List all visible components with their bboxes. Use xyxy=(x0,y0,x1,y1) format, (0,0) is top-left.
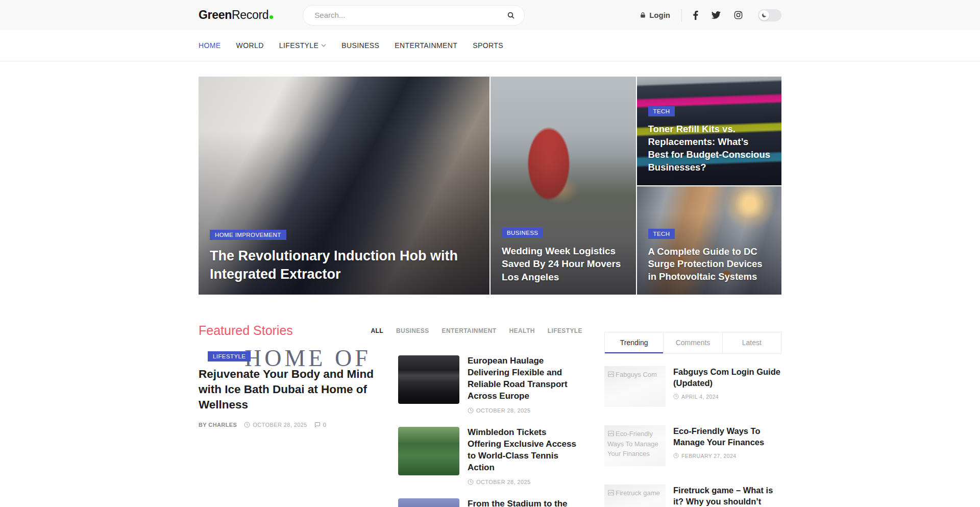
toggle-knob xyxy=(759,10,769,20)
sidebar-item: Fabguys Com Fabguys Com Login Guide (Upd… xyxy=(604,366,781,407)
hero-article-title[interactable]: A Complete Guide to DC Surge Protection … xyxy=(648,246,771,283)
clock-icon xyxy=(673,453,679,458)
facebook-icon xyxy=(693,11,698,20)
broken-image-placeholder[interactable]: Fabguys Com xyxy=(604,366,666,407)
tab-trending[interactable]: Trending xyxy=(605,332,663,353)
top-header: GreenRecord Login xyxy=(0,0,980,30)
image-alt-text: Eco-Friendly Ways To Manage Your Finance… xyxy=(607,430,658,457)
article-date: OCTOBER 28, 2025 xyxy=(476,479,530,485)
dark-mode-toggle[interactable] xyxy=(758,9,781,21)
tab-comments[interactable]: Comments xyxy=(663,332,722,353)
clock-icon xyxy=(468,407,474,414)
login-label: Login xyxy=(649,11,670,19)
sidebar-tabs: Trending Comments Latest xyxy=(604,332,781,354)
article-title[interactable]: Eco-Friendly Ways To Manage Your Finance… xyxy=(673,425,781,448)
logo-text-regular: Record xyxy=(232,8,268,21)
twitter-link[interactable] xyxy=(712,11,721,19)
broken-image-icon xyxy=(607,430,615,437)
article-date-row: OCTOBER 28, 2025 xyxy=(468,407,582,414)
search-icon xyxy=(507,11,515,19)
facebook-link[interactable] xyxy=(693,11,698,20)
logo-dot xyxy=(270,15,273,19)
article-date-row: OCTOBER 28, 2025 xyxy=(468,479,582,485)
hero-article-tertiary-bottom[interactable]: TECH A Complete Guide to DC Surge Protec… xyxy=(637,186,782,295)
hero-right-column: TECH Toner Refill Kits vs. Replacements:… xyxy=(637,77,782,295)
broken-image-placeholder[interactable]: Firetruck game xyxy=(604,485,666,507)
main-navigation: HOME WORLD LIFESTYLE BUSINESS ENTERTAINM… xyxy=(0,30,980,61)
list-item: Wimbledon Tickets Offering Exclusive Acc… xyxy=(398,427,582,485)
comment-count[interactable]: 0 xyxy=(314,422,327,428)
image-alt-text: Firetruck game xyxy=(616,489,660,497)
article-date-row: FEBRUARY 27, 2024 xyxy=(673,453,781,459)
filter-all[interactable]: ALL xyxy=(371,327,383,334)
instagram-link[interactable] xyxy=(734,11,743,19)
tab-latest[interactable]: Latest xyxy=(722,332,781,353)
instagram-icon xyxy=(734,11,743,19)
site-logo[interactable]: GreenRecord xyxy=(199,8,273,22)
category-filters: ALL BUSINESS ENTERTAINMENT HEALTH LIFEST… xyxy=(371,327,582,334)
nav-item-sports[interactable]: SPORTS xyxy=(473,41,503,50)
article-title[interactable]: Firetruck game – What is it? Why you sho… xyxy=(673,485,781,507)
section-title: Featured Stories xyxy=(199,323,293,338)
author-label[interactable]: BY CHARLES xyxy=(199,422,237,428)
list-item: From the Stadium to the Streets: The Sty… xyxy=(398,498,582,507)
clock-icon xyxy=(244,422,250,428)
comment-icon xyxy=(314,422,321,428)
category-tag[interactable]: BUSINESS xyxy=(502,228,543,238)
filter-lifestyle[interactable]: LIFESTYLE xyxy=(548,327,582,334)
featured-stories-header: Featured Stories ALL BUSINESS ENTERTAINM… xyxy=(199,323,582,338)
nav-item-world[interactable]: WORLD xyxy=(236,41,264,50)
article-date: OCTOBER 28, 2025 xyxy=(476,407,530,414)
clock-icon xyxy=(673,394,679,399)
hero-article-secondary[interactable]: BUSINESS Wedding Week Logistics Saved By… xyxy=(491,77,636,295)
category-tag[interactable]: HOME IMPROVEMENT xyxy=(210,230,286,240)
broken-image-icon xyxy=(607,489,615,496)
filter-entertainment[interactable]: ENTERTAINMENT xyxy=(442,327,497,334)
category-tag[interactable]: TECH xyxy=(648,229,675,239)
lock-icon xyxy=(640,12,646,18)
article-thumbnail[interactable] xyxy=(398,498,459,507)
featured-article-title[interactable]: Rejuvenate Your Body and Mind with Ice B… xyxy=(199,367,381,413)
article-title[interactable]: From the Stadium to the Streets: The Sty… xyxy=(468,498,582,507)
article-thumbnail[interactable] xyxy=(398,355,459,404)
article-thumbnail[interactable] xyxy=(398,427,459,475)
twitter-icon xyxy=(712,11,721,19)
article-date: APRIL 4, 2024 xyxy=(681,394,719,400)
header-divider xyxy=(681,9,682,22)
search-input[interactable] xyxy=(303,11,504,19)
nav-item-business[interactable]: BUSINESS xyxy=(341,41,379,50)
hero-article-title[interactable]: Toner Refill Kits vs. Replacements: What… xyxy=(648,123,771,174)
chevron-down-icon xyxy=(321,44,326,47)
broken-image-icon xyxy=(607,371,615,378)
category-tag[interactable]: TECH xyxy=(648,106,675,116)
hero-article-title[interactable]: Wedding Week Logistics Saved By 24 Hour … xyxy=(502,245,625,283)
filter-business[interactable]: BUSINESS xyxy=(396,327,429,334)
broken-image-placeholder[interactable]: Eco-Friendly Ways To Manage Your Finance… xyxy=(604,425,666,466)
nav-item-home[interactable]: HOME xyxy=(199,41,221,50)
search-bar xyxy=(303,5,525,26)
nav-item-lifestyle[interactable]: LIFESTYLE xyxy=(279,41,327,50)
filter-health[interactable]: HEALTH xyxy=(509,327,535,334)
list-item: European Haulage Delivering Flexible and… xyxy=(398,355,582,414)
article-title[interactable]: European Haulage Delivering Flexible and… xyxy=(468,355,582,402)
content-section: Featured Stories ALL BUSINESS ENTERTAINM… xyxy=(199,323,781,507)
nav-item-entertainment[interactable]: ENTERTAINMENT xyxy=(395,41,457,50)
article-meta: BY CHARLES OCTOBER 28, 2025 0 xyxy=(199,422,381,428)
article-title[interactable]: Fabguys Com Login Guide (Updated) xyxy=(673,366,781,389)
image-alt-text: Fabguys Com xyxy=(616,371,657,378)
sidebar-item: Eco-Friendly Ways To Manage Your Finance… xyxy=(604,425,781,466)
article-date: FEBRUARY 27, 2024 xyxy=(681,453,736,459)
hero-article-tertiary-top[interactable]: TECH Toner Refill Kits vs. Replacements:… xyxy=(637,77,782,185)
article-title[interactable]: Wimbledon Tickets Offering Exclusive Acc… xyxy=(468,427,582,474)
header-actions: Login xyxy=(640,9,781,22)
logo-text-bold: Green xyxy=(199,8,232,21)
featured-article-list: European Haulage Delivering Flexible and… xyxy=(398,355,582,507)
hero-article-main[interactable]: HOME IMPROVEMENT The Revolutionary Induc… xyxy=(199,77,489,295)
hero-article-title[interactable]: The Revolutionary Induction Hob with Int… xyxy=(210,247,478,283)
login-link[interactable]: Login xyxy=(640,11,670,19)
clock-icon xyxy=(468,479,474,485)
featured-article: HOME OF LIFESTYLE Rejuvenate Your Body a… xyxy=(199,355,381,507)
search-button[interactable] xyxy=(504,11,524,19)
article-date: OCTOBER 28, 2025 xyxy=(253,422,307,428)
sidebar-item: Firetruck game Firetruck game – What is … xyxy=(604,485,781,507)
